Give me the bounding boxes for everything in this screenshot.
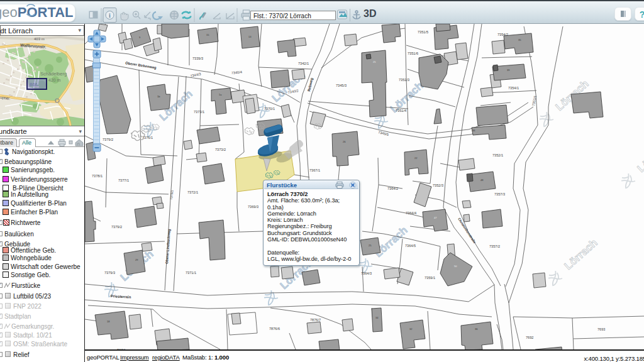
svg-text:7373/2: 7373/2	[215, 148, 226, 151]
svg-text:7351/5: 7351/5	[418, 30, 428, 34]
svg-text:7364/4: 7364/4	[406, 211, 416, 215]
svg-text:35: 35	[518, 38, 521, 41]
svg-text:7357/2: 7357/2	[489, 244, 500, 248]
svg-text:26: 26	[343, 140, 346, 143]
svg-text:7354/1: 7354/1	[508, 86, 519, 90]
svg-text:36: 36	[475, 327, 478, 331]
svg-text:7342/1: 7342/1	[298, 62, 309, 65]
svg-text:18: 18	[107, 320, 110, 323]
svg-text:7352/1: 7352/1	[492, 153, 503, 157]
svg-text:7373/1: 7373/1	[194, 110, 204, 114]
svg-text:50: 50	[454, 265, 457, 268]
svg-text:1a: 1a	[219, 93, 222, 96]
svg-text:7364/3: 7364/3	[361, 272, 372, 275]
svg-text:7379/3: 7379/3	[104, 271, 115, 275]
svg-text:7371/1: 7371/1	[186, 271, 196, 275]
svg-text:15: 15	[206, 33, 209, 36]
svg-text:7352/3: 7352/3	[433, 184, 443, 187]
svg-text:46: 46	[472, 129, 475, 132]
svg-text:34: 34	[375, 316, 379, 319]
svg-text:7876/7: 7876/7	[310, 318, 321, 322]
svg-text:7377/1: 7377/1	[118, 178, 129, 182]
svg-text:7364/2: 7364/2	[387, 187, 398, 190]
svg-text:25: 25	[373, 60, 376, 63]
svg-text:7367/1: 7367/1	[309, 168, 320, 172]
svg-text:420 m: 420 m	[48, 78, 61, 82]
svg-text:48: 48	[480, 178, 484, 182]
svg-text:1b: 1b	[157, 95, 160, 98]
svg-text:Schädelberg: Schädelberg	[40, 71, 67, 77]
svg-text:7359/1: 7359/1	[425, 276, 435, 280]
svg-text:7364/5: 7364/5	[405, 244, 416, 248]
svg-text:7370/1: 7370/1	[264, 107, 275, 111]
svg-text:7351/3: 7351/3	[399, 78, 409, 82]
svg-text:7369/3: 7369/3	[248, 205, 258, 209]
svg-text:7339/3: 7339/3	[192, 57, 203, 60]
svg-text:403 m: 403 m	[34, 37, 45, 41]
svg-text:32: 32	[409, 327, 413, 331]
svg-text:29: 29	[135, 258, 138, 261]
svg-text:7354/2: 7354/2	[497, 33, 508, 36]
svg-text:7379/2: 7379/2	[111, 225, 122, 229]
svg-text:7357/3: 7357/3	[494, 192, 505, 196]
svg-text:39: 39	[507, 69, 510, 72]
svg-text:7876/6: 7876/6	[269, 327, 280, 331]
svg-text:7345/3: 7345/3	[336, 84, 347, 87]
svg-text:7372/1: 7372/1	[187, 190, 198, 194]
svg-text:47: 47	[434, 216, 437, 219]
svg-text:i: i	[109, 12, 111, 19]
svg-text:7351/4: 7351/4	[396, 109, 406, 112]
svg-text:7379/2: 7379/2	[103, 138, 113, 141]
svg-text:7693: 7693	[597, 327, 605, 331]
svg-text:7378/1: 7378/1	[92, 174, 103, 178]
svg-text:7692: 7692	[526, 336, 533, 339]
svg-text:7351/6: 7351/6	[408, 52, 418, 55]
svg-text:13: 13	[248, 35, 252, 38]
svg-text:22: 22	[414, 156, 418, 160]
svg-text:25: 25	[369, 244, 372, 247]
svg-text:B66: B66	[30, 82, 38, 87]
